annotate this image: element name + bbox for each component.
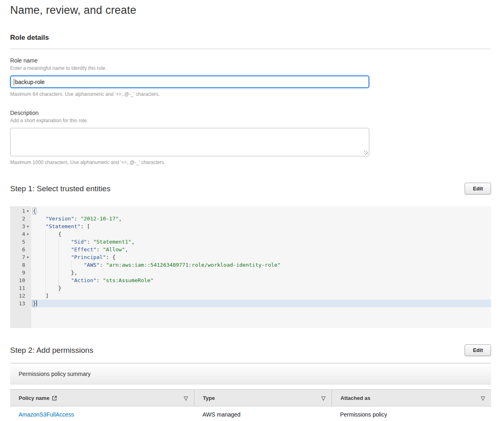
role-name-field-wrap bbox=[10, 76, 369, 88]
description-help: Add a short explanation for this role. bbox=[10, 118, 491, 123]
fold-arrow-icon[interactable]: ▾ bbox=[25, 222, 30, 230]
fold-arrow-icon[interactable]: ▾ bbox=[25, 230, 30, 238]
code-line[interactable]: "Effect": "Allow", bbox=[31, 246, 491, 253]
code-line[interactable]: { bbox=[31, 230, 491, 238]
code-line[interactable]: "AWS": "arn:aws:iam::541263489771:role/w… bbox=[31, 261, 491, 269]
role-name-constraint: Maximum 64 characters. Use alphanumeric … bbox=[10, 91, 491, 97]
role-name-input[interactable] bbox=[10, 76, 369, 88]
gutter-line-number: 9▾ bbox=[10, 269, 31, 276]
sort-arrow-icon[interactable]: ▽ bbox=[321, 395, 325, 401]
external-link-icon bbox=[52, 395, 57, 401]
column-header-policy-name[interactable]: Policy name ▽ bbox=[10, 390, 194, 406]
text-cursor bbox=[37, 300, 37, 306]
code-token-key: "Version" bbox=[45, 216, 74, 222]
gutter-line-number: 8▾ bbox=[10, 261, 31, 269]
permissions-summary-panel: Permissions policy summary bbox=[10, 363, 491, 384]
policy-name-cell: AmazonS3FullAccess bbox=[10, 411, 194, 418]
code-line[interactable]: { bbox=[31, 207, 491, 215]
code-token-str: "sts:AssumeRole" bbox=[103, 277, 153, 283]
indent-guide bbox=[58, 238, 59, 292]
permissions-summary-title: Permissions policy summary bbox=[19, 371, 90, 377]
code-line[interactable]: } bbox=[31, 284, 491, 292]
code-token-plain bbox=[33, 254, 71, 260]
code-token-str: "arn:aws:iam::541263489771:role/workload… bbox=[106, 262, 280, 268]
code-token-plain bbox=[33, 277, 71, 283]
page-title: Name, review, and create bbox=[10, 4, 491, 17]
gutter-line-number: 2▾ bbox=[10, 215, 31, 222]
sort-arrow-icon[interactable]: ▽ bbox=[184, 395, 188, 401]
step2-header-row: Step 2: Add permissions Edit bbox=[10, 344, 491, 356]
code-line[interactable]: }, bbox=[31, 269, 491, 276]
code-line[interactable]: "Sid": "Statement1", bbox=[31, 238, 491, 246]
code-line[interactable]: "Version": "2012-10-17", bbox=[31, 215, 491, 222]
step2-edit-button[interactable]: Edit bbox=[465, 344, 491, 356]
role-name-label: Role name bbox=[10, 57, 491, 64]
code-token-plain bbox=[33, 223, 45, 229]
code-token-key: "Effect" bbox=[71, 246, 97, 253]
code-line[interactable]: "Action": "sts:AssumeRole" bbox=[31, 276, 491, 284]
role-name-help: Enter a meaningful name to identify this… bbox=[10, 65, 491, 71]
indent-guide bbox=[45, 230, 46, 300]
code-token-key: "Sid" bbox=[71, 239, 87, 245]
code-token-plain: ] bbox=[33, 293, 49, 299]
code-token-plain: : bbox=[99, 262, 106, 268]
editor-code[interactable]: { "Version": "2012-10-17", "Statement": … bbox=[31, 206, 491, 328]
description-textarea[interactable] bbox=[10, 128, 369, 156]
step1-header-row: Step 1: Select trusted entities Edit bbox=[10, 183, 491, 194]
fold-arrow-icon[interactable]: ▾ bbox=[25, 253, 30, 261]
column-header-attached-as[interactable]: Attached as ▽ bbox=[332, 390, 491, 406]
code-token-plain bbox=[33, 246, 71, 253]
column-header-type[interactable]: Type ▽ bbox=[194, 390, 332, 406]
code-token-plain bbox=[33, 216, 45, 222]
step1-edit-button[interactable]: Edit bbox=[465, 183, 491, 194]
code-line[interactable]: ] bbox=[31, 292, 491, 300]
code-token-plain: , bbox=[118, 216, 122, 222]
description-constraint: Maximum 1000 characters. Use alphanumeri… bbox=[10, 160, 491, 165]
code-token-plain: } bbox=[33, 285, 61, 291]
code-token-str: "2012-10-17" bbox=[80, 216, 118, 222]
code-token-plain bbox=[33, 239, 71, 245]
step1-heading: Step 1: Select trusted entities bbox=[10, 184, 110, 193]
code-token-plain: : [ bbox=[80, 223, 90, 229]
matched-bracket: } bbox=[32, 300, 37, 307]
policy-type-cell: AWS managed bbox=[194, 411, 332, 418]
gutter-line-number: 12▾ bbox=[10, 292, 31, 300]
step2-heading: Step 2: Add permissions bbox=[10, 346, 93, 355]
indent-guide bbox=[71, 261, 71, 276]
gutter-line-number: 5▾ bbox=[10, 238, 31, 246]
code-token-key: "Principal" bbox=[71, 254, 106, 260]
code-token-plain: , bbox=[131, 239, 135, 245]
gutter-line-number: 7▾ bbox=[10, 253, 31, 261]
gutter-line-number: 11▾ bbox=[10, 284, 31, 292]
code-line[interactable]: "Principal": { bbox=[31, 253, 491, 261]
fold-arrow-icon[interactable]: ▾ bbox=[25, 207, 30, 215]
code-line[interactable]: "Statement": [ bbox=[31, 222, 491, 230]
policy-name-link[interactable]: AmazonS3FullAccess bbox=[19, 411, 74, 418]
permissions-table: Policy name ▽ Type ▽ Attached as ▽ bbox=[10, 389, 491, 421]
gutter-line-number: 3▾ bbox=[10, 222, 31, 230]
code-token-str: "Allow" bbox=[103, 246, 125, 253]
code-token-plain: , bbox=[125, 246, 128, 253]
gutter-line-number: 4▾ bbox=[10, 230, 31, 238]
attached-as-cell: Permissions policy bbox=[332, 411, 491, 418]
gutter-line-number: 10▾ bbox=[10, 276, 31, 284]
code-token-str: "Statement1" bbox=[93, 239, 131, 245]
gutter-line-number: 1▾ bbox=[10, 207, 31, 215]
code-token-plain: : bbox=[74, 216, 81, 222]
page: Name, review, and create Role details Ro… bbox=[0, 0, 504, 421]
role-details-divider bbox=[10, 49, 491, 49]
sort-arrow-icon[interactable]: ▽ bbox=[481, 395, 485, 401]
gutter-line-number: 13▾ bbox=[10, 300, 31, 307]
code-token-plain: : bbox=[87, 239, 93, 245]
trust-policy-code-editor[interactable]: 1▾2▾3▾4▾5▾6▾7▾8▾9▾10▾11▾12▾13▾ { "Versio… bbox=[10, 206, 491, 328]
code-token-key: "AWS" bbox=[84, 262, 99, 268]
code-token-plain: : bbox=[97, 277, 103, 283]
editor-gutter: 1▾2▾3▾4▾5▾6▾7▾8▾9▾10▾11▾12▾13▾ bbox=[10, 206, 31, 328]
text-cursor bbox=[14, 79, 14, 85]
table-row: AmazonS3FullAccess AWS managed Permissio… bbox=[10, 406, 491, 421]
code-token-plain: { bbox=[33, 231, 61, 237]
code-token-key: "Statement" bbox=[45, 223, 80, 229]
description-label: Description bbox=[10, 110, 491, 116]
matched-bracket: { bbox=[32, 207, 37, 215]
code-line[interactable]: } bbox=[31, 300, 491, 307]
